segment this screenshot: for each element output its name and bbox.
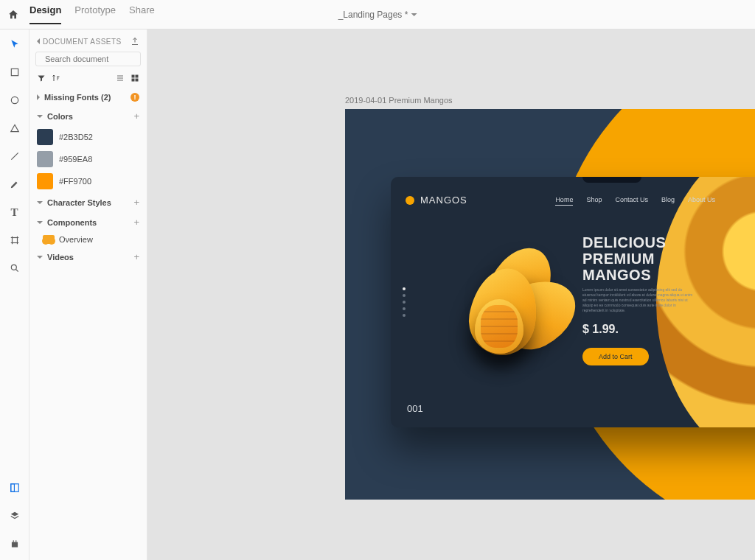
nav-blog[interactable]: Blog [661, 196, 675, 206]
component-item-overview[interactable]: Overview [29, 232, 147, 247]
zoom-tool[interactable] [4, 258, 25, 279]
filter-icon[interactable] [37, 74, 46, 83]
chevron-down-icon [37, 201, 43, 204]
mode-tabs: Design Prototype Share [27, 4, 155, 24]
missing-fonts-row[interactable]: Missing Fonts (2) ! [29, 88, 147, 106]
swatch-label: #FF9700 [59, 177, 91, 186]
artboard-tool[interactable] [4, 230, 25, 251]
pager-dot[interactable] [403, 287, 406, 290]
tab-design[interactable]: Design [29, 4, 61, 24]
pager-dot[interactable] [403, 301, 406, 304]
triangle-icon [10, 123, 20, 133]
add-to-cart-button[interactable]: Add to Cart [582, 348, 649, 365]
assets-filter-bar [29, 71, 147, 88]
sort-icon[interactable] [52, 74, 60, 83]
headline-line-3: MANGOS [582, 267, 666, 283]
svg-rect-6 [11, 542, 17, 547]
design-canvas[interactable]: 2019-04-01 Premium Mangos MANGOS Home Sh… [147, 29, 755, 560]
character-styles-section[interactable]: Character Styles + [29, 192, 147, 212]
layers-panel-button[interactable] [4, 505, 25, 526]
app-main: T DOCUMENT ASSETS [0, 29, 755, 560]
chevron-down-icon [37, 256, 43, 259]
line-tool[interactable] [4, 146, 25, 167]
colors-section[interactable]: Colors + [29, 106, 147, 126]
headline-line-2: PREMIUM [582, 251, 666, 267]
home-button[interactable] [0, 9, 27, 21]
assets-icon [10, 483, 20, 493]
square-icon [10, 67, 20, 77]
pen-tool[interactable] [4, 174, 25, 195]
ellipse-tool[interactable] [4, 90, 25, 111]
brand-label: MANGOS [420, 195, 467, 206]
assets-search[interactable] [35, 52, 141, 66]
rectangle-tool[interactable] [4, 62, 25, 83]
components-section[interactable]: Components + [29, 212, 147, 232]
color-swatch-1[interactable]: #959EA8 [29, 148, 147, 170]
device-mockup[interactable]: MANGOS Home Shop Contact Us Blog About U… [391, 177, 755, 427]
tab-share[interactable]: Share [129, 4, 155, 24]
add-charstyle-button[interactable]: + [133, 197, 139, 208]
svg-rect-2 [12, 238, 17, 243]
videos-label: Videos [47, 253, 74, 262]
mockup-nav: Home Shop Contact Us Blog About Us [555, 196, 715, 206]
svg-rect-13 [136, 79, 139, 82]
artboard-label[interactable]: 2019-04-01 Premium Mangos [345, 96, 453, 105]
chevron-down-icon [411, 13, 417, 16]
plugin-icon [10, 539, 20, 549]
swatch-label: #959EA8 [59, 155, 92, 164]
chevron-left-icon[interactable] [37, 38, 40, 44]
svg-rect-10 [132, 75, 135, 78]
chevron-right-icon [37, 94, 40, 100]
warning-icon: ! [131, 93, 139, 102]
assets-panel-title: DOCUMENT ASSETS [43, 38, 122, 46]
assets-panel-button[interactable] [4, 477, 25, 498]
color-swatch-0[interactable]: #2B3D52 [29, 126, 147, 148]
nav-home[interactable]: Home [555, 196, 573, 206]
pager-dots [403, 287, 406, 317]
pointer-icon [10, 39, 20, 49]
assets-search-input[interactable] [45, 55, 147, 63]
app-topbar: Design Prototype Share _Landing Pages * [0, 0, 755, 29]
home-icon [7, 9, 19, 21]
pager-dot[interactable] [403, 314, 406, 317]
document-title[interactable]: _Landing Pages * [338, 10, 417, 20]
tool-strip: T [0, 29, 29, 560]
videos-section[interactable]: Videos + [29, 247, 147, 267]
svg-rect-0 [11, 69, 18, 75]
add-video-button[interactable]: + [133, 251, 139, 262]
components-label: Components [47, 218, 97, 227]
add-color-button[interactable]: + [133, 111, 139, 122]
char-styles-label: Character Styles [47, 198, 111, 207]
add-component-button[interactable]: + [133, 217, 139, 228]
pager-dot[interactable] [403, 294, 406, 297]
svg-rect-5 [10, 484, 14, 492]
grid-view-icon[interactable] [131, 74, 139, 83]
line-icon [10, 151, 20, 161]
svg-point-3 [11, 265, 16, 270]
pager-dot[interactable] [403, 307, 406, 310]
swatch-icon [37, 173, 53, 189]
chevron-down-icon [37, 115, 43, 118]
svg-rect-11 [136, 75, 139, 78]
nav-contact[interactable]: Contact Us [615, 196, 648, 206]
component-icon [43, 235, 55, 244]
circle-icon [10, 95, 20, 105]
svg-point-1 [11, 97, 18, 103]
color-swatch-2[interactable]: #FF9700 [29, 170, 147, 192]
list-view-icon[interactable] [116, 74, 125, 83]
select-tool[interactable] [4, 34, 25, 55]
text-icon: T [10, 206, 18, 219]
tab-prototype[interactable]: Prototype [74, 4, 116, 24]
publish-icon[interactable] [131, 37, 139, 46]
pen-icon [10, 179, 20, 189]
text-tool[interactable]: T [4, 202, 25, 223]
missing-fonts-label: Missing Fonts (2) [44, 93, 111, 102]
headline: DELICIOUS PREMIUM MANGOS [582, 234, 666, 283]
nav-about[interactable]: About Us [688, 196, 715, 206]
plugins-panel-button[interactable] [4, 533, 25, 554]
chevron-down-icon [37, 221, 43, 224]
headline-line-1: DELICIOUS [582, 234, 666, 251]
nav-shop[interactable]: Shop [586, 196, 602, 206]
swatch-icon [37, 129, 53, 145]
polygon-tool[interactable] [4, 118, 25, 139]
